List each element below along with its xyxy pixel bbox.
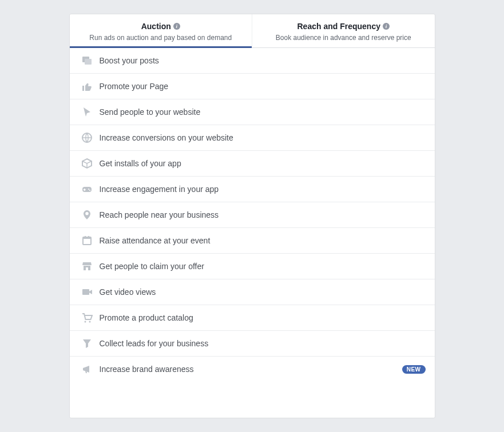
box-icon [79, 158, 95, 169]
gamepad-icon [79, 183, 95, 195]
tab-auction-title: Auction [141, 22, 171, 31]
objective-boost-posts[interactable]: Boost your posts [70, 48, 435, 74]
buying-type-tabs: Auction i Run ads on auction and pay bas… [70, 14, 435, 48]
megaphone-icon [79, 363, 95, 375]
funnel-icon [79, 338, 95, 349]
objective-website-conversions[interactable]: Increase conversions on your website [70, 125, 435, 151]
objective-label: Send people to your website [100, 107, 426, 117]
tab-reach-title: Reach and Frequency [297, 22, 381, 31]
video-icon [79, 286, 95, 298]
objective-label: Promote a product catalog [100, 313, 426, 322]
objective-app-engagement[interactable]: Increase engagement in your app [70, 177, 435, 202]
tab-auction-subtitle: Run ads on auction and pay based on dema… [76, 34, 247, 42]
objective-list: Boost your posts Promote your Page Send … [70, 48, 435, 382]
objective-label: Boost your posts [100, 56, 426, 65]
new-badge: NEW [402, 365, 426, 374]
objective-lead-generation[interactable]: Collect leads for your business [70, 331, 435, 357]
globe-icon [79, 132, 95, 143]
objective-label: Increase brand awareness [100, 365, 402, 374]
tab-reach-frequency[interactable]: Reach and Frequency i Book audience in a… [252, 14, 435, 47]
objective-video-views[interactable]: Get video views [70, 279, 435, 305]
pin-icon [79, 209, 95, 221]
boost-icon [79, 55, 95, 66]
cursor-icon [79, 106, 95, 118]
objective-product-catalog[interactable]: Promote a product catalog [70, 305, 435, 331]
tab-auction[interactable]: Auction i Run ads on auction and pay bas… [70, 14, 252, 47]
like-icon [79, 81, 95, 92]
info-icon[interactable]: i [383, 23, 390, 30]
objective-label: Increase conversions on your website [100, 133, 426, 142]
store-icon [79, 261, 95, 272]
objective-label: Get installs of your app [100, 159, 426, 168]
objective-card: Auction i Run ads on auction and pay bas… [69, 14, 435, 418]
tab-reach-subtitle: Book audience in advance and reserve pri… [258, 34, 429, 42]
objective-promote-page[interactable]: Promote your Page [70, 74, 435, 99]
cart-icon [79, 312, 95, 323]
objective-offer-claims[interactable]: Get people to claim your offer [70, 254, 435, 279]
objective-brand-awareness[interactable]: Increase brand awareness NEW [70, 357, 435, 382]
objective-app-installs[interactable]: Get installs of your app [70, 151, 435, 177]
objective-label: Collect leads for your business [100, 339, 426, 348]
objective-website-clicks[interactable]: Send people to your website [70, 99, 435, 125]
objective-label: Promote your Page [100, 82, 426, 91]
objective-label: Increase engagement in your app [100, 185, 426, 194]
objective-label: Reach people near your business [100, 210, 426, 219]
objective-local-awareness[interactable]: Reach people near your business [70, 202, 435, 228]
objective-label: Get people to claim your offer [100, 262, 426, 271]
objective-label: Raise attendance at your event [100, 236, 426, 245]
objective-label: Get video views [100, 287, 426, 297]
objective-event-responses[interactable]: Raise attendance at your event [70, 228, 435, 254]
calendar-icon [79, 235, 95, 246]
info-icon[interactable]: i [173, 23, 180, 30]
